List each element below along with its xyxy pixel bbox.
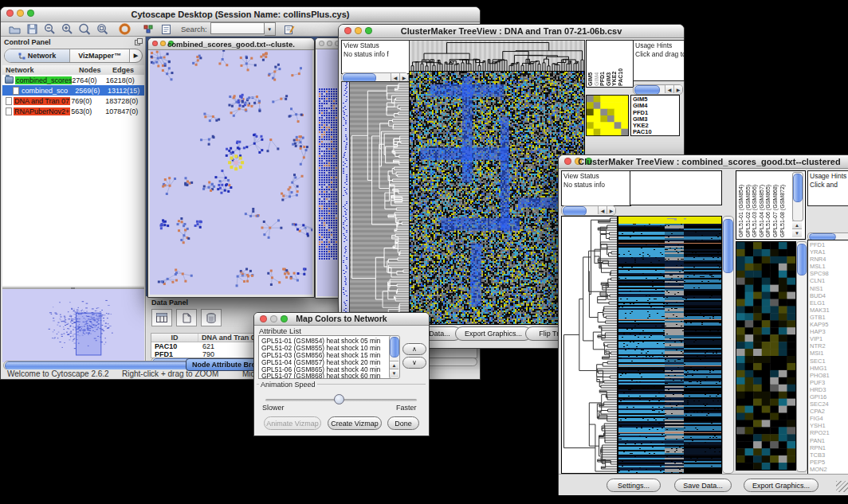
save-data-button[interactable]: Save Data... (674, 479, 732, 492)
column-label[interactable]: GPL51-03 (GSM856) (752, 172, 759, 237)
gene-label[interactable]: SEC1 (810, 357, 848, 365)
row-dendrogram[interactable] (561, 216, 618, 474)
export-graphics-button[interactable]: Export Graphics... (455, 326, 532, 341)
scroll-down-arrow[interactable]: ▼ (390, 369, 398, 377)
minimize-button[interactable] (160, 41, 166, 46)
selection-vertical-scrollbar[interactable] (796, 241, 807, 472)
gene-label[interactable]: PFD1 (810, 241, 848, 248)
hints-horizontal-scrollbar[interactable]: ◀ ▶ (633, 84, 683, 95)
gene-label[interactable]: RNR4 (810, 256, 848, 263)
gene-label[interactable]: BUD4 (810, 292, 848, 299)
gene-label[interactable]: GPI16 (810, 393, 848, 400)
move-up-button[interactable]: ∧ (402, 343, 426, 355)
network-list-item[interactable]: DNA and Tran 07 769(0) 183728(0) (2, 96, 144, 106)
scrollbar-thumb[interactable] (793, 174, 803, 202)
done-button[interactable]: Done (387, 416, 419, 430)
zoom-in-button[interactable] (58, 21, 76, 37)
gene-label[interactable]: PUF3 (810, 379, 848, 386)
gene-label[interactable]: SEC24 (810, 400, 848, 408)
attribute-filter-button[interactable] (281, 21, 298, 37)
gene-label[interactable]: VIP1 (810, 335, 848, 342)
column-label[interactable]: GPL51-01 (GSM854) (738, 172, 745, 237)
splitter-handle[interactable] (71, 287, 75, 289)
slider-thumb[interactable] (334, 394, 344, 404)
tab-more-button[interactable]: ▶ (130, 49, 142, 62)
save-session-button[interactable] (23, 21, 41, 37)
selected-genes-matrix[interactable] (586, 95, 629, 136)
column-label[interactable]: GPL51-06 (GSM865) (765, 172, 772, 237)
treeview1-title-bar[interactable]: ClusterMaker TreeView : DNA and Tran 07-… (339, 25, 684, 38)
scrollbar-thumb[interactable] (563, 206, 587, 216)
gene-label[interactable]: NIS1 (810, 285, 848, 292)
annotation-button[interactable] (157, 21, 175, 37)
gene-label[interactable]: HRD3 (810, 386, 848, 393)
help-button[interactable] (116, 21, 133, 37)
gene-label[interactable]: MSL1 (810, 263, 848, 270)
settings-button[interactable]: Settings... (607, 479, 661, 492)
search-input[interactable] (210, 22, 265, 34)
gene-label[interactable]: KAP95 (810, 321, 848, 328)
close-button[interactable] (6, 10, 14, 17)
column-labels-scrollbar[interactable] (792, 172, 803, 221)
network-overview-minimap[interactable] (4, 291, 143, 361)
plugins-button[interactable] (139, 21, 157, 37)
scroll-left-arrow[interactable]: ◀ (598, 206, 607, 214)
gene-label[interactable]: FIG4 (810, 415, 848, 422)
selected-genes-heatmap[interactable] (736, 241, 796, 471)
scrollbar-thumb[interactable] (390, 337, 399, 357)
delete-attribute-button[interactable] (201, 309, 222, 326)
gene-label[interactable]: PAN1 (810, 437, 848, 444)
row-label[interactable]: PAC10 (633, 129, 677, 135)
gene-label[interactable]: SPC98 (810, 270, 848, 277)
gene-label[interactable]: RPO21 (810, 429, 848, 436)
heatmap-canvas[interactable] (618, 216, 722, 474)
column-nodes[interactable]: Nodes (79, 66, 112, 74)
column-label[interactable]: GPL51-07 (GSM868) (772, 172, 779, 237)
scroll-down-arrow[interactable]: ▼ (792, 229, 802, 237)
column-label[interactable]: GPL51-02 (GSM855) (745, 172, 752, 237)
select-attributes-button[interactable] (151, 309, 172, 326)
column-label[interactable]: GIM5 (587, 41, 594, 86)
heatmap-vertical-scrollbar[interactable] (722, 216, 734, 474)
undock-icon[interactable] (135, 38, 143, 45)
network-title-bar[interactable]: combined_scores_good.txt--cluste... (148, 38, 314, 50)
scroll-left-arrow[interactable]: ◀ (665, 85, 673, 93)
gene-label[interactable]: TCB3 (810, 451, 848, 459)
zoom-fit-button[interactable] (76, 21, 93, 37)
gene-label[interactable]: MAK31 (810, 307, 848, 314)
gene-label[interactable]: CPA2 (810, 408, 848, 415)
gene-label[interactable]: ELG1 (810, 299, 848, 307)
gene-label[interactable]: HMG1 (810, 365, 848, 372)
scrollbar-thumb[interactable] (723, 219, 733, 273)
close-button[interactable] (152, 41, 158, 46)
gene-label[interactable]: MSI1 (810, 350, 848, 357)
animate-vizmap-button[interactable]: Animate Vizmap (264, 416, 321, 430)
scrollbar-thumb[interactable] (634, 85, 660, 95)
network-list-item[interactable]: combined_scores_ 2764(0) 16218(0) (2, 75, 144, 85)
scrollbar-thumb[interactable] (797, 244, 807, 275)
gene-label[interactable]: RPN1 (810, 444, 848, 451)
tab-network[interactable]: Network (5, 49, 70, 62)
dendrogram-horizontal-scrollbar[interactable]: ◀ ▶ (561, 205, 616, 216)
gene-label[interactable]: NTR2 (810, 342, 848, 350)
gene-label[interactable]: YRA1 (810, 248, 848, 256)
attribute-list[interactable]: GPL51-01 (GSM854) heat shock 05 minGPL51… (258, 335, 395, 379)
close-button[interactable] (319, 41, 324, 46)
search-dropdown-button[interactable]: ▼ (265, 22, 276, 36)
zoom-selected-button[interactable] (93, 21, 111, 37)
column-dendrogram-pane[interactable] (630, 170, 722, 205)
dialog-title-bar[interactable]: Map Colors to Network (254, 313, 429, 326)
resize-grip[interactable] (836, 481, 848, 492)
gene-label[interactable]: GTB1 (810, 314, 848, 321)
gene-label[interactable]: PEP5 (810, 459, 848, 466)
attribute-item[interactable]: GPL51-07 (GSM868) heat shock 60 min (261, 373, 391, 379)
gene-label[interactable]: YSH1 (810, 422, 848, 429)
open-session-button[interactable] (6, 21, 23, 37)
main-title-bar[interactable]: Cytoscape Desktop (Session Name: collins… (1, 7, 480, 22)
network-list-item[interactable]: RNAPuberNov2+ 563(0) 107847(0) (2, 106, 144, 116)
treeview2-title-bar[interactable]: ClusterMaker TreeView : combined_scores_… (559, 155, 848, 169)
gene-label[interactable]: CLN1 (810, 277, 848, 284)
scroll-left-arrow[interactable]: ◀ (391, 73, 399, 81)
row-dendrogram[interactable] (349, 81, 410, 325)
move-down-button[interactable]: ∨ (402, 357, 426, 369)
